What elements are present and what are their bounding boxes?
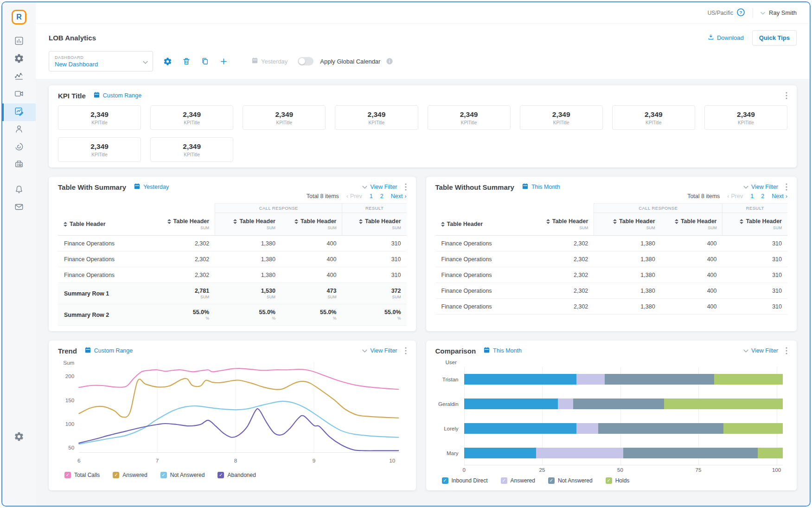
dashboard-settings-button[interactable] — [163, 57, 172, 66]
table-row[interactable]: Finance Operations2,3021,380400310 — [435, 251, 787, 267]
sort-icon[interactable] — [546, 219, 550, 224]
kebab-menu-icon[interactable] — [786, 92, 787, 99]
download-button[interactable]: Download — [708, 34, 744, 42]
column-header[interactable]: Table Header SUM — [215, 213, 281, 235]
kpi-tile[interactable]: 2,349 KPITitle — [704, 105, 787, 130]
kpi-tile[interactable]: 2,349 KPITitle — [428, 105, 511, 130]
kpi-date-range[interactable]: Custom Range — [93, 91, 141, 100]
trend-date-range[interactable]: Custom Range — [84, 347, 133, 355]
table-cell: Finance Operations — [435, 303, 520, 310]
sidebar-item-reports[interactable] — [2, 139, 36, 156]
column-header[interactable]: Table Header SUM — [661, 213, 722, 235]
page-number-1[interactable]: 1 — [370, 193, 373, 199]
add-widget-button[interactable] — [219, 57, 228, 66]
table-row[interactable]: Finance Operations2,3021,380400310 — [435, 236, 787, 251]
sidebar-item-performance[interactable] — [2, 68, 36, 86]
comparison-date-range[interactable]: This Month — [483, 347, 522, 355]
sidebar-item-dashboard[interactable] — [2, 103, 36, 121]
next-page-button[interactable]: Next› — [391, 193, 407, 199]
stacked-bar[interactable] — [464, 448, 783, 458]
sort-icon[interactable] — [233, 219, 237, 224]
sidebar-item-users[interactable] — [2, 121, 36, 139]
delete-dashboard-button[interactable] — [182, 57, 191, 65]
timezone-selector[interactable]: US/Pacific ? — [708, 8, 745, 18]
legend-item[interactable]: ✓ Answered — [501, 477, 535, 484]
column-header[interactable]: Table Header SUM — [520, 213, 594, 235]
kebab-menu-icon[interactable] — [405, 183, 407, 191]
page-number-2[interactable]: 2 — [380, 193, 384, 199]
legend-item[interactable]: ✓ Total Calls — [64, 472, 100, 478]
table-row[interactable]: Finance Operations2,3021,380400310 — [435, 267, 787, 283]
kebab-menu-icon[interactable] — [786, 183, 787, 191]
legend-item[interactable]: ✓ Not Answered — [548, 477, 593, 484]
sort-icon[interactable] — [740, 219, 743, 224]
help-question-icon[interactable]: ? — [736, 8, 745, 18]
sort-icon[interactable] — [294, 219, 298, 224]
legend-item[interactable]: ✓ Not Answered — [160, 472, 205, 478]
kpi-tile[interactable]: 2,349 KPITitle — [520, 105, 603, 130]
sort-icon[interactable] — [167, 219, 171, 224]
legend-item[interactable]: ✓ Abandoned — [217, 472, 256, 478]
app-logo[interactable]: R — [12, 10, 26, 25]
next-page-button[interactable]: Next› — [772, 193, 787, 199]
view-filter-button[interactable]: View Filter — [362, 184, 397, 190]
prev-page-button[interactable]: ‹Prev — [346, 193, 362, 199]
column-header[interactable]: Table Header SUM — [594, 213, 660, 235]
sidebar-item-analytics[interactable] — [2, 33, 36, 51]
view-filter-button[interactable]: View Filter — [743, 184, 778, 190]
sidebar-item-admin-settings[interactable] — [2, 429, 36, 446]
sidebar-item-settings[interactable] — [2, 51, 36, 68]
column-header[interactable]: Table Header SUM — [722, 213, 787, 235]
table-date-range[interactable]: Yesterday — [134, 183, 169, 191]
dashboard-select[interactable]: DASHBOARD New Dashboard — [49, 51, 153, 71]
user-menu[interactable]: Ray Smith — [761, 9, 797, 16]
global-date-picker[interactable]: Yesterday — [251, 57, 288, 65]
stacked-bar[interactable] — [464, 399, 783, 409]
sort-icon[interactable] — [359, 219, 363, 224]
kpi-tile[interactable]: 2,349 KPITitle — [243, 105, 326, 130]
sidebar-item-video[interactable] — [2, 86, 36, 103]
apply-global-calendar-toggle[interactable] — [298, 57, 313, 65]
kpi-tile[interactable]: 2,349 KPITitle — [612, 105, 695, 130]
sidebar-item-devices[interactable] — [2, 156, 36, 174]
kpi-tile[interactable]: 2,349 KPITitle — [335, 105, 418, 130]
legend-item[interactable]: ✓ Holds — [606, 477, 630, 484]
kpi-tile[interactable]: 2,349 KPITitle — [58, 105, 141, 130]
column-header[interactable]: Table Header — [435, 213, 520, 235]
legend-item[interactable]: ✓ Answered — [113, 472, 147, 478]
sort-icon[interactable] — [613, 219, 617, 224]
table-row[interactable]: Finance Operations2,3021,380400310 — [58, 267, 407, 283]
kpi-tile[interactable]: 2,349 KPITitle — [150, 137, 233, 162]
table-date-range[interactable]: This Month — [522, 183, 560, 191]
quick-tips-button[interactable]: Quick Tips — [752, 30, 797, 45]
view-filter-button[interactable]: View Filter — [362, 347, 397, 354]
prev-page-button[interactable]: ‹Prev — [727, 193, 743, 199]
table-row[interactable]: Finance Operations2,3021,380400310 — [435, 299, 787, 315]
kpi-tile[interactable]: 2,349 KPITitle — [58, 137, 141, 162]
view-filter-button[interactable]: View Filter — [743, 347, 778, 354]
dashboard-content: KPI Title Custom Range 2,349 KPITitle 2,… — [36, 79, 810, 506]
table-row[interactable]: Finance Operations2,3021,380400310 — [58, 236, 407, 251]
sidebar-item-notifications[interactable] — [2, 181, 36, 199]
page-number-1[interactable]: 1 — [750, 193, 754, 199]
sort-icon[interactable] — [64, 222, 67, 227]
column-header[interactable]: Table Header SUM — [342, 213, 406, 235]
stacked-bar[interactable] — [464, 374, 783, 385]
kpi-tile[interactable]: 2,349 KPITitle — [150, 105, 233, 130]
column-header[interactable]: Table Header SUM — [281, 213, 342, 235]
legend-item[interactable]: ✓ Inbound Direct — [442, 477, 488, 484]
sort-icon[interactable] — [441, 222, 445, 227]
sidebar-item-messages[interactable] — [2, 199, 36, 217]
column-header[interactable]: Table Header — [58, 213, 141, 235]
kebab-menu-icon[interactable] — [786, 347, 787, 354]
kebab-menu-icon[interactable] — [405, 347, 407, 354]
table-cell: 1,380 — [594, 256, 660, 263]
copy-dashboard-button[interactable] — [201, 57, 209, 65]
stacked-bar[interactable] — [464, 423, 783, 434]
sort-icon[interactable] — [675, 219, 678, 224]
column-header[interactable]: Table Header SUM — [141, 213, 215, 235]
page-number-2[interactable]: 2 — [761, 193, 764, 199]
table-row[interactable]: Finance Operations2,3021,380400310 — [435, 283, 787, 299]
table-row[interactable]: Finance Operations2,3021,380400310 — [58, 251, 407, 267]
info-icon[interactable] — [386, 58, 393, 65]
